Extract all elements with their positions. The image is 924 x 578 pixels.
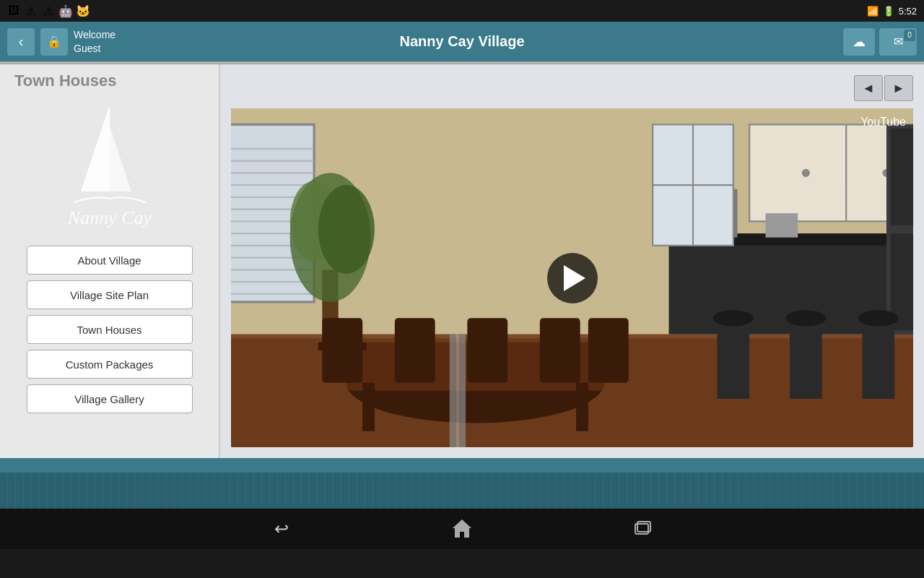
svg-rect-48 [718, 318, 750, 399]
header-left: ‹ 🔒 Welcome Guest [7, 28, 116, 56]
main-content: Town Houses Nanny Cay About Villag [0, 64, 924, 458]
nav-town-houses[interactable]: Town Houses [27, 315, 193, 344]
svg-text:Nanny Cay: Nanny Cay [66, 207, 152, 228]
svg-rect-27 [362, 383, 375, 431]
svg-rect-30 [318, 342, 367, 350]
nanny-cay-logo-svg: Nanny Cay [38, 98, 182, 235]
svg-rect-33 [540, 318, 580, 382]
clock: 5:52 [899, 6, 917, 17]
back-button[interactable]: ‹ [7, 28, 35, 56]
svg-rect-43 [891, 129, 913, 225]
play-icon [564, 265, 585, 291]
svg-rect-34 [588, 318, 629, 382]
logo-area: Nanny Cay [30, 94, 189, 238]
nav-village-gallery[interactable]: Village Gallery [27, 384, 193, 413]
prev-button[interactable]: ◄ [854, 75, 883, 101]
nav-custom-packages[interactable]: Custom Packages [27, 350, 193, 379]
sidebar: Town Houses Nanny Cay About Villag [0, 64, 220, 458]
svg-rect-50 [790, 318, 822, 399]
video-container: YouTube [231, 108, 913, 447]
nav-arrows: ◄ ► [231, 75, 913, 101]
warning-icon-1: ⚠ [25, 4, 38, 17]
android-nav-bar: ↩ [0, 509, 924, 549]
page-title: Nanny Cay Village [399, 33, 524, 50]
mail-icon: ✉ [894, 35, 903, 48]
svg-rect-56 [459, 335, 466, 447]
svg-point-51 [785, 310, 826, 326]
svg-rect-28 [576, 383, 588, 431]
svg-point-40 [802, 169, 810, 177]
svg-marker-1 [110, 126, 131, 191]
svg-point-53 [858, 310, 899, 326]
android-back-button[interactable]: ↩ [263, 514, 300, 543]
bottom-pattern [0, 473, 924, 509]
svg-marker-0 [81, 105, 110, 191]
svg-rect-32 [467, 318, 507, 382]
svg-rect-47 [766, 213, 798, 238]
wifi-icon: 📶 [867, 6, 879, 17]
android-icon: 🤖 [59, 4, 72, 17]
svg-point-24 [318, 185, 375, 274]
content-area: ◄ ► YouTube [220, 64, 924, 458]
lock-icon: 🔒 [47, 35, 61, 48]
status-icons-left: 🖼 ⚠ ⚠ 🤖 🐱 [7, 4, 90, 17]
sidebar-title: Town Houses [14, 72, 116, 90]
play-button[interactable] [547, 253, 598, 303]
screenshot-icon: 🖼 [7, 4, 20, 17]
svg-rect-54 [450, 335, 456, 447]
weather-button[interactable]: ☁ [843, 28, 875, 56]
svg-rect-52 [863, 318, 895, 399]
youtube-label: YouTube [860, 116, 906, 129]
next-button[interactable]: ► [884, 75, 913, 101]
weather-icon: ☁ [853, 34, 866, 50]
svg-rect-55 [456, 335, 459, 447]
warning-icon-2: ⚠ [42, 4, 55, 17]
svg-point-49 [713, 310, 754, 326]
header-bar: ‹ 🔒 Welcome Guest Nanny Cay Village ☁ ✉ … [0, 22, 924, 61]
bottom-bar-teal [0, 458, 924, 473]
android-home-button[interactable] [444, 514, 480, 543]
svg-marker-61 [453, 519, 471, 538]
nav-village-site-plan[interactable]: Village Site Plan [27, 280, 193, 309]
welcome-text: Welcome Guest [74, 28, 116, 54]
mail-badge: 0 [904, 30, 915, 41]
android-recents-button[interactable] [624, 514, 661, 543]
cat-icon: 🐱 [77, 4, 90, 17]
home-icon [451, 518, 473, 540]
nav-buttons: About Village Village Site Plan Town Hou… [27, 246, 193, 413]
recents-icon [632, 518, 653, 540]
nav-about-village[interactable]: About Village [27, 246, 193, 275]
status-bar: 🖼 ⚠ ⚠ 🤖 🐱 📶 🔋 5:52 [0, 0, 924, 22]
svg-rect-31 [395, 318, 435, 382]
lock-button[interactable]: 🔒 [40, 28, 68, 56]
header-right: ☁ ✉ 0 [843, 28, 917, 56]
status-icons-right: 📶 🔋 5:52 [867, 6, 917, 17]
mail-button[interactable]: ✉ 0 [879, 28, 917, 56]
battery-icon: 🔋 [883, 6, 894, 17]
